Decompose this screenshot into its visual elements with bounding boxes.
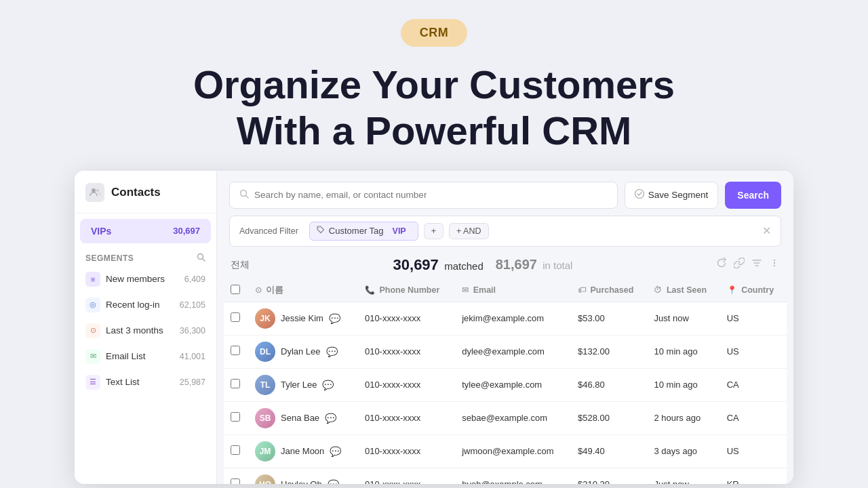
email-list-icon: ✉ [85,349,100,364]
sidebar-item-label: Recent log-in [106,300,160,310]
row-purchased: $53.00 [571,302,648,335]
filter-tag[interactable]: Customer Tag VIP [309,222,418,241]
more-icon[interactable] [769,258,780,272]
sidebar-item-new-members[interactable]: ≡ New members 6,409 [75,266,216,292]
sidebar-item-count: 6,409 [184,274,205,284]
svg-point-13 [774,265,775,266]
row-checkbox[interactable] [224,401,248,434]
row-phone: 010-xxxx-xxxx [358,468,455,484]
hero-title-line1: Organize Your Customers [193,62,675,106]
crm-badge: CRM [401,19,468,47]
table-row[interactable]: HO Hayley Oh 💬 010-xxxx-xxxx hyoh@exampl… [224,468,787,484]
search-bar: Save Segment Search [217,171,793,216]
sidebar-item-text-list[interactable]: ☰ Text List 25,987 [75,369,216,395]
tag-icon [317,226,325,236]
row-name: DL Dylan Lee 💬 [248,335,358,368]
stats-section-label: 전체 [231,259,250,271]
search-input[interactable] [254,190,608,200]
row-checkbox[interactable] [224,302,248,335]
sidebar-item-recent-login[interactable]: ◎ Recent log-in 62,105 [75,292,216,318]
row-country: US [720,302,787,335]
row-name: JM Jane Moon 💬 [248,434,358,468]
sidebar: Contacts VIPs 30,697 Segments ≡ New memb… [75,171,217,484]
filter-close-button[interactable]: ✕ [762,224,771,237]
row-name: SB Sena Bae 💬 [248,401,358,434]
refresh-icon[interactable] [716,258,727,272]
table-row[interactable]: DL Dylan Lee 💬 010-xxxx-xxxx dylee@examp… [224,335,787,368]
purchased-icon: 🏷 [578,285,586,295]
row-select-checkbox[interactable] [231,312,240,322]
row-last-seen: 2 hours ago [647,401,719,434]
row-email: dylee@example.com [455,335,571,368]
filter-tag-label: Customer Tag [329,226,384,236]
row-email: jekim@example.com [455,302,571,335]
sidebar-item-count: 36,300 [180,326,205,336]
chat-icon[interactable]: 💬 [328,479,339,484]
svg-point-0 [92,188,96,192]
row-checkbox[interactable] [224,468,248,484]
row-country: US [720,335,787,368]
contact-name: Jane Moon [281,446,324,456]
save-segment-icon [635,189,644,201]
row-select-checkbox[interactable] [231,479,240,484]
row-phone: 010-xxxx-xxxx [358,302,455,335]
avatar: JK [255,308,275,329]
chat-icon[interactable]: 💬 [330,446,341,457]
sidebar-item-email-list[interactable]: ✉ Email List 41,001 [75,344,216,369]
sidebar-item-last-3-months[interactable]: ⊙ Last 3 months 36,300 [75,318,216,344]
stats-matched-count: 30,697 [393,256,439,273]
table-row[interactable]: TL Tyler Lee 💬 010-xxxx-xxxx tylee@examp… [224,368,787,401]
row-purchased: $210.30 [571,468,648,484]
sidebar-item-label: Text List [106,377,140,387]
row-name: HO Hayley Oh 💬 [248,468,358,484]
table-row[interactable]: JK Jessie Kim 💬 010-xxxx-xxxx jekim@exam… [224,302,787,335]
hero-title-line2: With a Powerful CRM [237,108,632,152]
search-input-wrap[interactable] [229,182,618,209]
stats-total-label: in total [542,260,572,271]
col-country: 📍 Country [720,279,787,302]
stats-total-count: 81,697 [496,257,537,272]
chat-icon[interactable]: 💬 [326,346,338,357]
row-purchased: $132.00 [571,335,648,368]
filter-and-button[interactable]: + AND [449,223,488,239]
main-content: Save Segment Search Advanced Filter Cust… [217,171,793,484]
avatar: TL [255,375,275,395]
row-last-seen: Just now [647,302,719,335]
row-select-checkbox[interactable] [231,412,240,422]
row-purchased: $49.40 [571,434,648,468]
row-checkbox[interactable] [224,434,248,468]
chat-icon[interactable]: 💬 [325,413,336,424]
filter-add-button[interactable]: + [424,223,443,239]
row-phone: 010-xxxx-xxxx [358,434,455,468]
row-name: JK Jessie Kim 💬 [248,302,358,335]
row-checkbox[interactable] [224,335,248,368]
table-body: JK Jessie Kim 💬 010-xxxx-xxxx jekim@exam… [224,302,787,484]
row-checkbox[interactable] [224,368,248,401]
chat-icon[interactable]: 💬 [329,313,340,324]
table-row[interactable]: SB Sena Bae 💬 010-xxxx-xxxx sebae@exampl… [224,401,787,434]
avatar: JM [255,441,275,462]
col-checkbox [224,279,248,302]
chat-icon[interactable]: 💬 [322,380,334,390]
contact-name: Sena Bae [281,413,319,423]
col-purchased: 🏷 Purchased [571,279,648,302]
sidebar-item-label: Last 3 months [106,325,163,336]
sidebar-search-icon[interactable] [197,253,205,264]
sidebar-item-vips[interactable]: VIPs 30,697 [80,219,211,243]
row-last-seen: Just now [647,468,719,484]
search-button[interactable]: Search [725,182,781,209]
hero-section: CRM Organize Your Customers With a Power… [0,0,868,171]
link-icon[interactable] [734,258,745,272]
save-segment-button[interactable]: Save Segment [625,182,719,209]
svg-line-3 [203,258,205,261]
row-select-checkbox[interactable] [231,379,240,388]
row-select-checkbox[interactable] [231,346,240,355]
svg-point-7 [318,228,319,229]
table-row[interactable]: JM Jane Moon 💬 010-xxxx-xxxx jwmoon@exam… [224,434,787,468]
table-header-row: ⊙ 이름 📞 Phone Number ✉ Email 🏷 [224,279,787,302]
row-select-checkbox[interactable] [231,445,240,455]
row-email: tylee@example.com [455,368,571,401]
select-all-checkbox[interactable] [231,285,240,294]
row-country: CA [720,401,787,434]
filter-icon[interactable] [751,258,762,272]
